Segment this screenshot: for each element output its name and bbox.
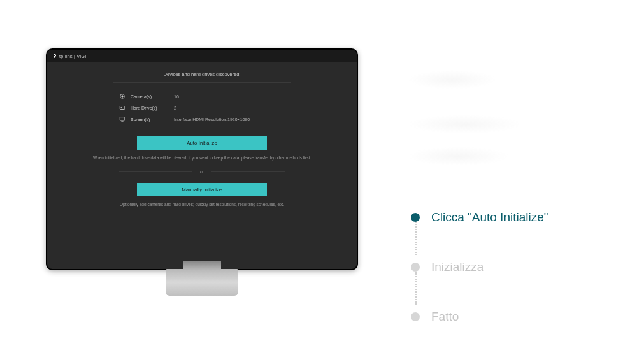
step-connector xyxy=(415,272,417,305)
monitor-stand xyxy=(166,269,238,296)
device-row-camera: Camera(s) 16 xyxy=(119,93,179,99)
manual-caption: Optionally add cameras and hard drives; … xyxy=(66,201,338,207)
device-row-screen: Screen(s) Interface:HDMI Resolution:1920… xyxy=(119,116,250,122)
device-list: Camera(s) 16 Hard Drive(s) 2 Screen(s) I… xyxy=(119,93,285,122)
decorative-blur xyxy=(408,147,510,166)
screen-label: Screen(s) xyxy=(131,117,169,122)
device-row-harddrive: Hard Drive(s) 2 xyxy=(119,105,176,111)
tplink-logo-icon xyxy=(52,54,57,59)
harddrive-label: Hard Drive(s) xyxy=(131,106,169,110)
step-3-label: Fatto xyxy=(431,310,459,324)
or-text: or xyxy=(192,170,211,174)
auto-initialize-button[interactable]: Auto Initialize xyxy=(137,136,267,150)
step-dot-icon xyxy=(411,263,420,272)
manual-initialize-button[interactable]: Manually Initialize xyxy=(137,183,267,196)
svg-rect-6 xyxy=(120,117,125,120)
setup-panel: Devices and hard drives discovered: Came… xyxy=(47,62,357,207)
screen-value: Interface:HDMI Resolution:1920×1080 xyxy=(174,117,250,122)
step-2-label: Inizializza xyxy=(431,260,483,274)
auto-caption: When initialized, the hard drive data wi… xyxy=(66,155,338,161)
harddrive-value: 2 xyxy=(174,106,176,110)
step-3: Fatto xyxy=(411,310,548,324)
screen-icon xyxy=(119,116,125,122)
step-2: Inizializza xyxy=(411,260,548,274)
step-connector xyxy=(415,222,417,255)
step-dot-icon xyxy=(411,312,420,321)
brand-text: tp-link | VIGI xyxy=(59,54,87,59)
svg-point-5 xyxy=(121,107,122,108)
harddrive-icon xyxy=(119,105,125,111)
svg-rect-1 xyxy=(54,56,55,58)
camera-label: Camera(s) xyxy=(131,94,169,99)
step-1-label: Clicca "Auto Initialize" xyxy=(431,210,548,224)
step-1: Clicca "Auto Initialize" xyxy=(411,210,548,224)
or-separator: or xyxy=(119,170,285,174)
svg-point-3 xyxy=(122,96,124,98)
discovered-heading: Devices and hard drives discovered: xyxy=(66,71,338,77)
app-screen: tp-link | VIGI Devices and hard drives d… xyxy=(47,50,357,269)
decorative-blur xyxy=(408,115,522,134)
camera-icon xyxy=(119,93,125,99)
step-list: Clicca "Auto Initialize" Inizializza Fat… xyxy=(411,210,548,324)
app-header: tp-link | VIGI xyxy=(47,50,357,62)
divider xyxy=(113,82,291,83)
camera-value: 16 xyxy=(174,94,179,99)
decorative-blur xyxy=(408,70,497,89)
monitor-frame: tp-link | VIGI Devices and hard drives d… xyxy=(46,48,358,270)
step-dot-icon xyxy=(411,213,420,222)
